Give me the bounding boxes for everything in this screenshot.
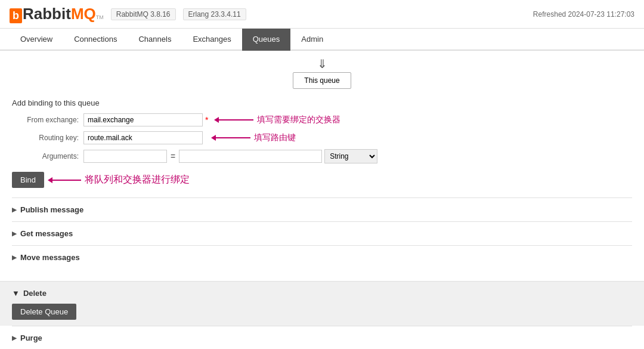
nav-connections[interactable]: Connections [63, 29, 128, 51]
nav-admin[interactable]: Admin [290, 29, 334, 51]
purge-section: ▶ Purge [12, 326, 632, 349]
routing-arrow-line-icon [215, 137, 250, 138]
logo-icon: b [10, 8, 22, 23]
move-messages-triangle-icon: ▶ [12, 254, 17, 261]
equals-sign: = [171, 152, 175, 161]
rabbitmq-version: RabbitMQ 3.8.16 [111, 8, 176, 20]
nav-queues[interactable]: Queues [242, 29, 291, 51]
arguments-type-select[interactable]: String Integer Boolean Float Double List… [324, 149, 377, 163]
bind-button[interactable]: Bind [12, 172, 44, 188]
nav-channels[interactable]: Channels [128, 29, 182, 51]
nav-bar: Overview Connections Channels Exchanges … [0, 29, 644, 51]
delete-queue-button[interactable]: Delete Queue [12, 304, 76, 320]
delete-label: Delete [23, 289, 47, 298]
get-messages-label: Get messages [20, 229, 73, 238]
down-arrow-icon: ⇓ [317, 57, 327, 71]
move-messages-section: ▶ Move messages [12, 245, 632, 269]
move-messages-header[interactable]: ▶ Move messages [12, 252, 632, 263]
publish-label: Publish message [20, 205, 83, 214]
bind-arrow-line-icon [51, 180, 81, 181]
binding-section-title: Add binding to this queue [12, 98, 632, 107]
binding-section: Add binding to this queue From exchange:… [12, 98, 632, 188]
arrow-line-icon [218, 119, 253, 121]
from-exchange-label: From exchange: [12, 116, 83, 124]
get-messages-header[interactable]: ▶ Get messages [12, 228, 632, 239]
delete-section: ▼ Delete Delete Queue [0, 281, 644, 326]
delete-header[interactable]: ▼ Delete [12, 288, 632, 304]
purge-area: ▶ Purge [0, 326, 644, 349]
purge-label: Purge [20, 333, 42, 342]
queue-nav: ⇓ This queue [12, 57, 632, 89]
arguments-row: Arguments: = String Integer Boolean Floa… [12, 149, 632, 163]
publish-header[interactable]: ▶ Publish message [12, 204, 632, 215]
get-messages-section: ▶ Get messages [12, 221, 632, 245]
nav-overview[interactable]: Overview [10, 29, 63, 51]
purge-header[interactable]: ▶ Purge [12, 332, 632, 344]
publish-triangle-icon: ▶ [12, 206, 17, 213]
main-content: ⇓ This queue Add binding to this queue F… [0, 57, 644, 281]
delete-triangle-icon: ▼ [12, 289, 20, 298]
routing-key-label: Routing key: [12, 134, 83, 142]
this-queue-button[interactable]: This queue [293, 72, 351, 89]
move-messages-label: Move messages [20, 253, 80, 262]
erlang-version: Erlang 23.3.4.11 [183, 8, 246, 20]
routing-key-annotation-text: 填写路由键 [254, 132, 296, 143]
arguments-label: Arguments: [12, 152, 83, 160]
logo: bRabbitMQTM [10, 5, 104, 23]
publish-section: ▶ Publish message [12, 197, 632, 221]
from-exchange-annotation-text: 填写需要绑定的交换器 [257, 115, 340, 125]
routing-key-row: Routing key: 填写路由键 [12, 131, 632, 144]
logo-rabbit: bRabbit [10, 5, 71, 23]
routing-key-input[interactable] [83, 131, 203, 144]
routing-key-annotation: 填写路由键 [215, 132, 296, 143]
arguments-key-input[interactable] [83, 150, 167, 163]
logo-mq: MQ [71, 5, 96, 23]
arguments-value-input[interactable] [179, 150, 322, 163]
from-exchange-input[interactable] [83, 113, 203, 126]
bind-annotation-text: 将队列和交换器进行绑定 [85, 174, 190, 186]
collapsible-sections: ▶ Publish message ▶ Get messages ▶ Move … [12, 197, 632, 269]
from-exchange-row: From exchange: * 填写需要绑定的交换器 [12, 113, 632, 126]
from-exchange-annotation: 填写需要绑定的交换器 [218, 115, 340, 125]
top-bar: bRabbitMQTM RabbitMQ 3.8.16 Erlang 23.3.… [0, 0, 644, 29]
refresh-time: Refreshed 2024-07-23 11:27:03 [533, 10, 634, 18]
bind-area: Bind 将队列和交换器进行绑定 [12, 172, 632, 188]
logo-tm: TM [96, 14, 104, 20]
get-messages-triangle-icon: ▶ [12, 230, 17, 237]
logo-area: bRabbitMQTM RabbitMQ 3.8.16 Erlang 23.3.… [10, 5, 246, 23]
purge-triangle-icon: ▶ [12, 335, 17, 341]
bind-annotation: 将队列和交换器进行绑定 [51, 174, 190, 186]
nav-exchanges[interactable]: Exchanges [182, 29, 242, 51]
required-star: * [205, 115, 208, 125]
